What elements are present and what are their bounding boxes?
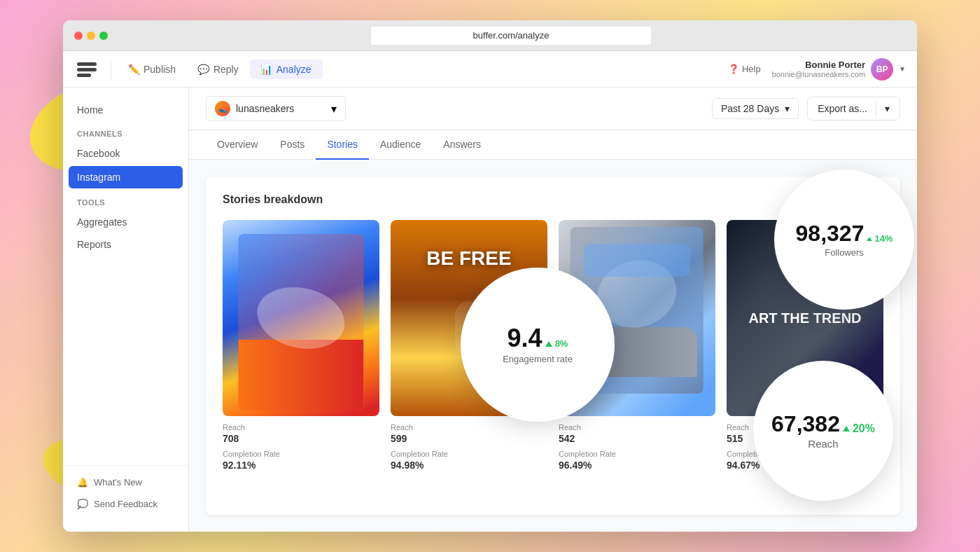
whats-new-label: What's New [94,477,142,488]
address-bar [116,27,906,45]
date-select[interactable]: Past 28 Days ▾ [712,98,799,119]
reach-change: 20% [843,422,875,435]
app-navbar: ✏️ Publish 💬 Reply 📊 Analyze ❓ Help Bonn… [63,51,917,88]
sidebar-bottom: 🔔 What's New 💭 Send Feedback [63,465,188,520]
followers-change-value: 14% [874,233,892,244]
sidebar-item-reports[interactable]: Reports [63,233,188,256]
content-header: 🥿 lunasneakers ▾ Past 28 Days ▾ Export a… [189,88,917,130]
browser-window: ✏️ Publish 💬 Reply 📊 Analyze ❓ Help Bonn… [63,20,917,532]
tab-reply-label: Reply [214,64,239,75]
tabs-bar: Overview Posts Stories Audience Answers [189,130,917,160]
date-range-label: Past 28 Days [721,103,779,114]
tab-answers[interactable]: Answers [432,130,492,160]
tab-stories[interactable]: Stories [316,130,369,160]
followers-label: Followers [825,247,864,258]
completion-value-2: 94.98% [391,460,547,471]
engagement-value: 9.4 [507,326,542,351]
completion-label-2: Completion Rate [391,450,547,458]
publish-icon: ✏️ [128,64,139,75]
sidebar-item-facebook[interactable]: Facebook [63,142,188,165]
engagement-change-value: 8% [555,338,568,349]
help-question-icon: ❓ [728,64,739,74]
story-stats-1: Reach 708 Completion Rate 92.11% [223,416,379,479]
tab-overview[interactable]: Overview [206,130,269,160]
sidebar-whats-new[interactable]: 🔔 What's New [63,471,188,493]
account-select[interactable]: 🥿 lunasneakers ▾ [206,96,346,121]
reach-triangle-icon [843,426,850,432]
account-avatar: 🥿 [215,101,230,116]
browser-dots [74,32,108,40]
analyze-icon: 📊 [261,64,272,75]
followers-triangle-icon [867,237,872,241]
story-overlay-text-4: ART THE TREND [741,310,868,326]
svg-rect-0 [77,62,97,66]
tab-publish-label: Publish [144,64,176,75]
dot-red[interactable] [74,32,83,40]
svg-rect-1 [77,68,97,71]
tab-analyze[interactable]: 📊 Analyze [250,60,323,79]
reach-circle: 67,382 20% Reach [753,361,893,501]
followers-value-row: 98,327 14% [796,222,893,244]
dropdown-icon: ▾ [331,102,337,116]
reach-label-1: Reach [223,423,379,432]
content-area: 🥿 lunasneakers ▾ Past 28 Days ▾ Export a… [189,88,917,532]
user-email: bonnie@lunasneakers.com [772,70,865,78]
followers-value: 98,327 [796,222,864,244]
nav-right: ❓ Help Bonnie Porter bonnie@lunasneakers… [728,58,906,81]
date-chevron-icon: ▾ [785,103,790,114]
export-chevron-icon: ▾ [885,103,890,114]
sidebar-channels-label: Channels [63,121,188,142]
reach-label-metric: Reach [808,438,838,450]
sidebar: Home Channels Facebook Instagram Tools A… [63,88,189,532]
sidebar-item-aggregates[interactable]: Aggregates [63,211,188,233]
story-stats-3: Reach 542 Completion Rate 96.49% [559,416,715,479]
reach-value-3: 542 [559,433,715,444]
engagement-triangle-icon [545,341,552,347]
reach-value-2: 599 [391,433,547,444]
sidebar-send-feedback[interactable]: 💭 Send Feedback [63,493,188,515]
story-stats-2: Reach 599 Completion Rate 94.98% [391,416,547,479]
user-text: Bonnie Porter bonnie@lunasneakers.com [772,60,865,78]
export-divider [876,102,876,116]
buffer-logo[interactable] [74,57,99,82]
tab-posts[interactable]: Posts [269,130,316,160]
send-feedback-label: Send Feedback [94,499,158,509]
tab-reply[interactable]: 💬 Reply [187,60,250,79]
tab-publish[interactable]: ✏️ Publish [117,60,187,79]
sidebar-item-instagram[interactable]: Instagram [69,166,183,188]
dot-green[interactable] [99,32,108,40]
chevron-down-icon: ▼ [899,65,906,73]
dot-yellow[interactable] [87,32,95,40]
stories-content: Stories breakdown [189,160,917,532]
browser-chrome [63,20,917,51]
address-input[interactable] [371,27,651,45]
engagement-label: Engagement rate [503,354,573,364]
svg-rect-2 [77,74,91,77]
completion-value-3: 96.49% [559,460,715,471]
completion-label-3: Completion Rate [559,450,715,458]
reach-change-value: 20% [853,422,875,435]
engagement-change: 8% [545,338,568,349]
completion-label-1: Completion Rate [223,450,379,458]
tab-analyze-label: Analyze [276,64,312,75]
help-button[interactable]: ❓ Help [728,64,761,74]
bell-icon: 🔔 [77,477,88,488]
sidebar-item-home[interactable]: Home [63,99,188,121]
story-item-1[interactable]: Reach 708 Completion Rate 92.11% [223,220,379,479]
avatar[interactable]: BP [871,58,893,81]
reply-icon: 💬 [198,64,209,75]
followers-circle: 98,327 14% Followers [774,170,914,310]
reach-value-metric: 67,382 [771,413,840,435]
reach-value-1: 708 [223,433,379,444]
tab-audience[interactable]: Audience [369,130,432,160]
engagement-rate-circle: 9.4 8% Engagement rate [461,268,615,422]
user-name: Bonnie Porter [772,60,865,70]
export-button[interactable]: Export as... ▾ [807,97,900,120]
story-overlay-text-2: BE FREE [426,248,511,270]
sidebar-tools-label: Tools [63,190,188,211]
user-info: Bonnie Porter bonnie@lunasneakers.com BP… [772,58,906,81]
story-image-1 [223,220,379,416]
followers-change: 14% [867,233,892,244]
reach-label-3: Reach [559,423,715,432]
account-name: lunasneakers [236,103,326,114]
